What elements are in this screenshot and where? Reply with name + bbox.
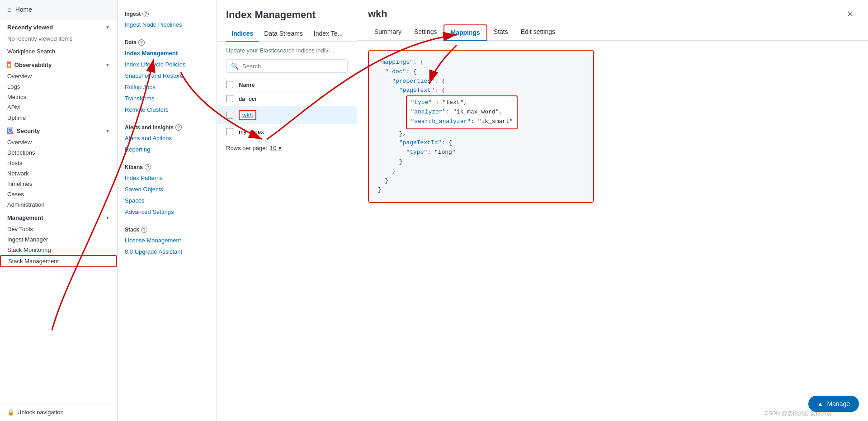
rows-per-page: Rows per page: 10 ▾	[217, 139, 357, 157]
row-checkbox-wkh[interactable]	[226, 112, 233, 119]
nav-reporting[interactable]: Reporting	[118, 144, 217, 155]
ingest-help-icon[interactable]: ?	[142, 11, 149, 17]
tab-edit-settings[interactable]: Edit settings	[514, 24, 561, 41]
nav-index-patterns[interactable]: Index Patterns	[118, 172, 217, 184]
sidebar-item-network[interactable]: Network	[0, 168, 117, 179]
security-title: Security	[17, 128, 40, 134]
sidebar: ⌂ Home Recently viewed ▼ No recently vie…	[0, 0, 118, 421]
sidebar-item-dev-tools[interactable]: Dev Tools	[0, 224, 117, 234]
nav-license-management[interactable]: License Management	[118, 235, 217, 246]
row-checkbox-my_index[interactable]	[226, 128, 233, 135]
index-management-title: Index Management	[217, 0, 357, 21]
rows-per-page-label: Rows per page:	[226, 145, 267, 151]
tab-indices[interactable]: Indices	[226, 26, 259, 42]
mappings-key: "mappings"	[378, 59, 413, 66]
alerts-help-icon[interactable]: ?	[175, 124, 182, 131]
sidebar-item-uptime[interactable]: Uptime	[0, 113, 117, 123]
home-icon: ⌂	[7, 5, 12, 14]
sidebar-item-cases[interactable]: Cases	[0, 189, 117, 199]
ingest-section-title: Ingest ?	[118, 7, 217, 19]
detail-content: "mappings": { "_doc": { "properties": { …	[357, 41, 868, 212]
search-input[interactable]	[242, 63, 343, 70]
chevron-down-icon: ▼	[105, 128, 110, 133]
observability-section: ● Observability ▼ Overview Logs Metrics …	[0, 57, 117, 123]
chevron-down-icon: ▼	[105, 25, 110, 30]
index-search-bar[interactable]: 🔍	[226, 59, 348, 73]
security-section: 🛡 Security ▼ Overview Detections Hosts N…	[0, 123, 117, 210]
index-management-panel: Index Management Indices Data Streams In…	[217, 0, 357, 421]
security-header[interactable]: 🛡 Security ▼	[0, 123, 117, 137]
nav-advanced-settings[interactable]: Advanced Settings	[118, 206, 217, 218]
sidebar-item-overview-sec[interactable]: Overview	[0, 137, 117, 147]
nav-snapshot-restore[interactable]: Snapshot and Restore	[118, 70, 217, 81]
row-checkbox-da_ocr[interactable]	[226, 95, 233, 102]
chevron-down-icon: ▾	[278, 145, 282, 151]
nav-alerts-actions[interactable]: Alerts and Actions	[118, 132, 217, 144]
data-help-icon[interactable]: ?	[138, 39, 145, 46]
sidebar-item-timelines[interactable]: Timelines	[0, 179, 117, 189]
recently-viewed-title: Recently viewed	[7, 24, 53, 31]
table-row[interactable]: da_ocr	[217, 91, 357, 106]
nav-index-management[interactable]: Index Management	[118, 47, 217, 59]
tab-stats[interactable]: Stats	[487, 24, 514, 41]
name-column-header: Name	[239, 81, 255, 88]
observability-header[interactable]: ● Observability ▼	[0, 57, 117, 71]
nav-upgrade-assistant[interactable]: 8.0 Upgrade Assistant	[118, 246, 217, 257]
observability-icon: ●	[7, 61, 11, 68]
sidebar-item-ingest-manager[interactable]: Ingest Manager	[0, 234, 117, 245]
kibana-help-icon[interactable]: ?	[145, 164, 151, 170]
nav-rollup-jobs[interactable]: Rollup Jobs	[118, 81, 217, 93]
index-management-tabs: Indices Data Streams Index Te...	[217, 26, 357, 42]
sidebar-item-metrics[interactable]: Metrics	[0, 92, 117, 102]
sidebar-item-detections[interactable]: Detections	[0, 147, 117, 158]
manage-button[interactable]: ▲ Manage	[808, 396, 859, 412]
sidebar-item-administration[interactable]: Administration	[0, 199, 117, 210]
detail-header: wkh ✕	[357, 0, 868, 21]
nav-ingest-node-pipelines[interactable]: Ingest Node Pipelines	[118, 19, 217, 30]
sidebar-item-hosts[interactable]: Hosts	[0, 158, 117, 168]
nav-transforms[interactable]: Transforms	[118, 93, 217, 104]
nav-spaces[interactable]: Spaces	[118, 195, 217, 206]
home-label: Home	[15, 6, 32, 13]
recently-viewed-header[interactable]: Recently viewed ▼	[0, 19, 117, 33]
kibana-section-title: Kibana ?	[118, 161, 217, 172]
index-name-wkh[interactable]: wkh	[239, 110, 256, 120]
management-title: Management	[7, 214, 43, 221]
alerts-section-title: Alerts and Insights ?	[118, 121, 217, 132]
nav-remote-clusters[interactable]: Remote Clusters	[118, 104, 217, 115]
nav-index-lifecycle-policies[interactable]: Index Lifecycle Policies	[118, 59, 217, 70]
tab-mappings[interactable]: Mappings	[443, 24, 487, 41]
recently-viewed-section: Recently viewed ▼ No recently viewed ite…	[0, 19, 117, 57]
management-header[interactable]: Management ▼	[0, 210, 117, 224]
no-recently-viewed: No recently viewed items	[0, 33, 117, 46]
table-row-my_index[interactable]: my_index	[217, 124, 357, 139]
detail-tabs: Summary Settings Mappings Stats Edit set…	[357, 24, 868, 41]
home-link[interactable]: ⌂ Home	[0, 0, 117, 19]
lock-icon: 🔒	[7, 409, 14, 416]
unlock-nav-label: Unlock navigation	[17, 409, 64, 416]
chevron-down-icon: ▼	[105, 215, 110, 220]
detail-panel: wkh ✕ Summary Settings Mappings Stats Ed…	[357, 0, 868, 421]
select-all-checkbox[interactable]	[226, 81, 233, 88]
search-icon: 🔍	[231, 62, 239, 70]
sidebar-item-apm[interactable]: APM	[0, 102, 117, 113]
nav-panel: Ingest ? Ingest Node Pipelines Data ? In…	[118, 0, 217, 421]
rows-per-page-select[interactable]: 10 ▾	[270, 145, 281, 151]
workplace-search-link[interactable]: Workplace Search	[0, 46, 117, 57]
nav-saved-objects[interactable]: Saved Objects	[118, 184, 217, 195]
stack-help-icon[interactable]: ?	[141, 227, 147, 233]
sidebar-item-overview-obs[interactable]: Overview	[0, 71, 117, 81]
unlock-navigation[interactable]: 🔒 Unlock navigation	[0, 403, 117, 421]
management-section: Management ▼ Dev Tools Ingest Manager St…	[0, 210, 117, 267]
data-section-title: Data ?	[118, 36, 217, 47]
sidebar-item-stack-monitoring[interactable]: Stack Monitoring	[0, 245, 117, 255]
close-button[interactable]: ✕	[843, 7, 857, 21]
tab-summary[interactable]: Summary	[368, 24, 408, 41]
tab-settings[interactable]: Settings	[408, 24, 443, 41]
sidebar-item-logs[interactable]: Logs	[0, 81, 117, 92]
table-row-wkh[interactable]: wkh	[217, 106, 357, 124]
tab-data-streams[interactable]: Data Streams	[259, 26, 308, 42]
security-icon: 🛡	[7, 128, 13, 134]
tab-index-te[interactable]: Index Te...	[308, 26, 348, 42]
sidebar-item-stack-management[interactable]: Stack Management	[0, 255, 117, 267]
